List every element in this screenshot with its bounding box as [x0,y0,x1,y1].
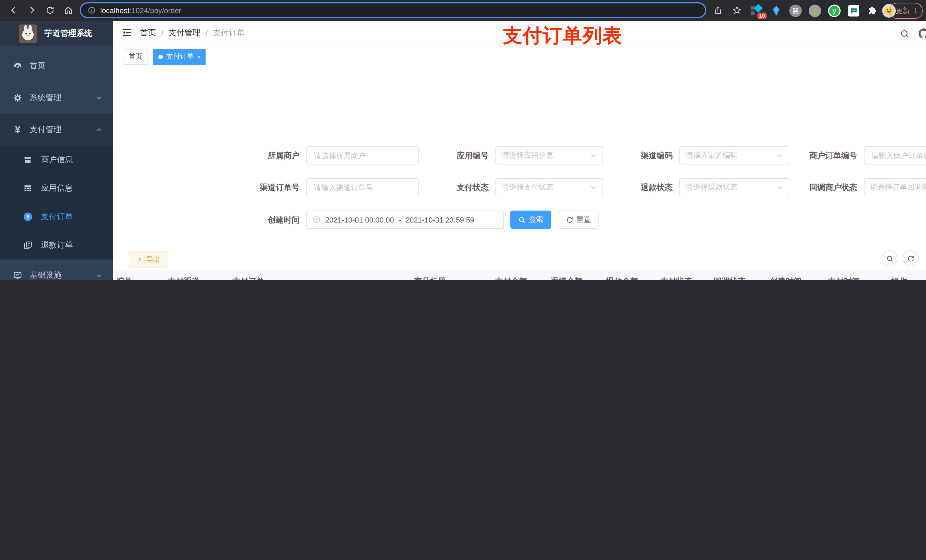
address-bar[interactable]: localhost:1024/pay/order [80,2,706,18]
grid-icon [23,184,33,193]
breadcrumb-item[interactable]: 支付管理 [169,28,200,38]
sidebar: 芋道管理系统 首页系统管理¥支付管理商户信息应用信息¥支付订单退款订单基础设施研… [0,21,113,280]
search-button[interactable]: 搜索 [510,211,551,229]
column-header-6: 退款金额 [595,270,649,280]
home-icon[interactable] [62,3,75,17]
sidebar-item-5[interactable]: ¥支付订单 [0,202,113,231]
show-search-toggle-button[interactable] [882,251,897,266]
monitor-icon [12,271,23,280]
extensions-puzzle-icon[interactable] [864,3,879,18]
filter-label-3: 商户订单编号 [762,146,857,165]
filter-label-7: 回调商户状态 [762,178,857,196]
refresh-icon [566,216,573,223]
breadcrumb-item[interactable]: 首页 [140,28,156,38]
date-start-value: 2021-10-01 00:00:00 [325,216,394,224]
refresh-table-button[interactable] [903,251,918,266]
annotation-title: 支付订单列表 [489,23,637,49]
url-host: localhost [100,6,130,15]
filter-label-0: 所属商户 [227,146,300,165]
orders-table: 编号支付渠道支付订单商品标题支付金额手续金额退款金额支付状态回调状态创建时间支付… [113,270,926,280]
filter-input-3[interactable] [864,146,926,165]
sidebar-item-3[interactable]: 商户信息 [0,146,113,174]
filter-label-create-time: 创建时间 [227,211,300,229]
update-label: 更新 [896,6,909,16]
filter-select-7[interactable]: 请选择订单回调商户状态 [864,178,926,196]
export-button[interactable]: 导出 [129,252,168,267]
extension-gem-icon[interactable] [769,3,784,18]
filter-label-6: 退款状态 [597,178,673,196]
column-header-9: 创建时间 [756,270,816,280]
filter-input-4[interactable] [306,178,419,196]
sidebar-item-1[interactable]: 系统管理 [0,82,113,114]
extension-chat-icon[interactable] [846,3,861,18]
share-icon[interactable] [711,3,725,17]
column-header-3: 商品标题 [376,270,484,280]
tag-0[interactable]: 首页 [124,49,147,65]
tag-label: 支付订单 [166,52,194,62]
back-icon[interactable] [7,3,21,17]
browser-toolbar: localhost:1024/pay/order 10 ⌘ y [0,0,926,21]
column-header-4: 支付金额 [484,270,538,280]
info-icon[interactable] [88,6,96,14]
search-icon[interactable] [897,27,911,41]
update-button[interactable]: 更新 [890,3,923,19]
filter-input-0[interactable] [306,146,419,165]
sidebar-item-label: 支付管理 [30,125,62,135]
search-icon [518,216,526,223]
filter-select-1[interactable]: 请选择应用信息 [495,146,603,165]
app-logo-row[interactable]: 芋道管理系统 [0,21,113,45]
sidebar-item-0[interactable]: 首页 [0,50,113,82]
text-input[interactable] [870,151,926,160]
chevron-down-icon [590,184,597,191]
sidebar-item-label: 首页 [30,61,45,71]
sidebar-item-label: 支付订单 [41,212,73,222]
clock-icon [313,216,321,223]
app-logo [19,24,37,42]
forward-icon[interactable] [25,3,39,17]
select-placeholder: 请选择订单回调商户状态 [870,182,926,192]
column-header-11: 操作 [873,270,926,280]
yen-circle-icon: ¥ [23,212,33,222]
text-input[interactable] [313,151,412,160]
github-icon[interactable] [917,27,926,41]
date-separator: - [398,216,401,224]
extension-badge: 10 [757,12,767,20]
sidebar-item-7[interactable]: 基础设施 [0,260,113,280]
extension-diamond-icon[interactable]: 10 [749,3,764,18]
text-input[interactable] [313,183,412,192]
extension-command-icon[interactable]: ⌘ [788,3,803,18]
hamburger-icon[interactable] [122,27,132,38]
kebab-menu-icon [912,7,918,15]
reload-icon[interactable] [43,3,57,17]
gauge-icon [12,62,23,71]
filter-select-5[interactable]: 请选择支付状态 [495,178,603,196]
bookmark-star-icon[interactable] [730,3,744,17]
reset-button[interactable]: 重置 [559,211,599,229]
column-header-5: 手续金额 [538,270,595,280]
sidebar-item-label: 系统管理 [30,93,62,103]
sidebar-item-4[interactable]: 应用信息 [0,174,113,202]
date-range-input[interactable]: 2021-10-01 00:00:00 - 2021-10-31 23:59:5… [306,211,504,229]
shop-icon [23,155,33,165]
close-icon[interactable]: × [197,53,201,60]
gear-icon [12,93,23,103]
column-header-1: 支付渠道 [141,270,227,280]
screen: localhost:1024/pay/order 10 ⌘ y [0,0,926,280]
reset-button-label: 重置 [576,214,591,225]
table-header-row: 编号支付渠道支付订单商品标题支付金额手续金额退款金额支付状态回调状态创建时间支付… [113,270,926,280]
tags-view-bar: 首页支付订单× [113,45,926,68]
filter-label-2: 渠道编码 [597,146,673,165]
export-button-label: 导出 [146,255,160,264]
sidebar-item-2[interactable]: ¥支付管理 [0,114,113,146]
sidebar-menu: 首页系统管理¥支付管理商户信息应用信息¥支付订单退款订单基础设施研发工具工作流程 [0,45,113,280]
sidebar-item-6[interactable]: 退款订单 [0,231,113,260]
tag-1[interactable]: 支付订单× [153,49,206,65]
column-header-2: 支付订单 [227,270,376,280]
breadcrumb-separator: / [206,29,208,38]
filter-label-5: 支付状态 [415,178,489,196]
svg-text:¥: ¥ [26,214,30,220]
extension-y-icon[interactable]: y [827,3,842,18]
breadcrumb-separator: / [161,29,163,38]
tag-label: 首页 [129,52,142,62]
extension-record-icon[interactable] [808,3,822,18]
